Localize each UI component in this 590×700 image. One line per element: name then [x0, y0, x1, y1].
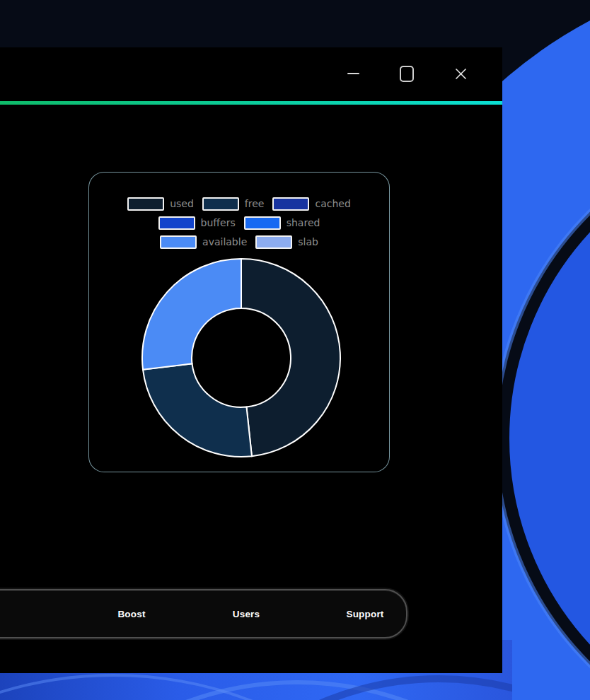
accent-divider-line	[0, 101, 502, 105]
legend-label: cached	[315, 199, 350, 209]
donut-chart	[135, 252, 347, 464]
legend-item-used: used	[127, 197, 194, 211]
legend-swatch	[160, 235, 197, 249]
legend-swatch	[244, 216, 281, 230]
donut-segment-free	[143, 363, 252, 457]
legend-item-shared: shared	[244, 216, 320, 230]
legend-swatch	[202, 197, 239, 211]
minimize-button[interactable]	[341, 63, 365, 84]
legend-item-cached: cached	[272, 197, 350, 211]
donut-chart-wrap	[135, 252, 347, 464]
legend-label: shared	[287, 218, 320, 228]
legend-swatch	[127, 197, 164, 211]
bottom-nav-bar: Boost Users Support	[0, 589, 407, 638]
donut-segment-used	[241, 259, 340, 456]
nav-item-users[interactable]: Users	[229, 608, 265, 620]
legend-label: slab	[298, 237, 318, 247]
close-icon	[454, 67, 468, 81]
minimize-icon	[347, 73, 359, 74]
legend-item-available: available	[160, 235, 247, 249]
maximize-icon	[400, 66, 414, 82]
nav-item-support[interactable]: Support	[342, 608, 388, 620]
nav-item-boost[interactable]: Boost	[113, 608, 149, 620]
legend-label: used	[170, 199, 194, 209]
memory-chart-panel: usedfreecachedbufferssharedavailableslab	[88, 172, 390, 472]
donut-segment-available	[142, 259, 241, 370]
app-window: usedfreecachedbufferssharedavailableslab…	[0, 47, 502, 673]
legend-item-slab: slab	[255, 235, 318, 249]
maximize-button[interactable]	[395, 63, 419, 84]
legend-swatch	[255, 235, 292, 249]
legend-label: free	[245, 199, 265, 209]
legend-swatch	[158, 216, 195, 230]
legend-label: buffers	[201, 218, 236, 228]
titlebar	[0, 47, 502, 101]
legend-label: available	[202, 237, 247, 247]
legend-item-buffers: buffers	[158, 216, 236, 230]
chart-legend: usedfreecachedbufferssharedavailableslab	[108, 194, 371, 252]
close-button[interactable]	[449, 63, 473, 84]
legend-swatch	[272, 197, 309, 211]
legend-item-free: free	[202, 197, 265, 211]
